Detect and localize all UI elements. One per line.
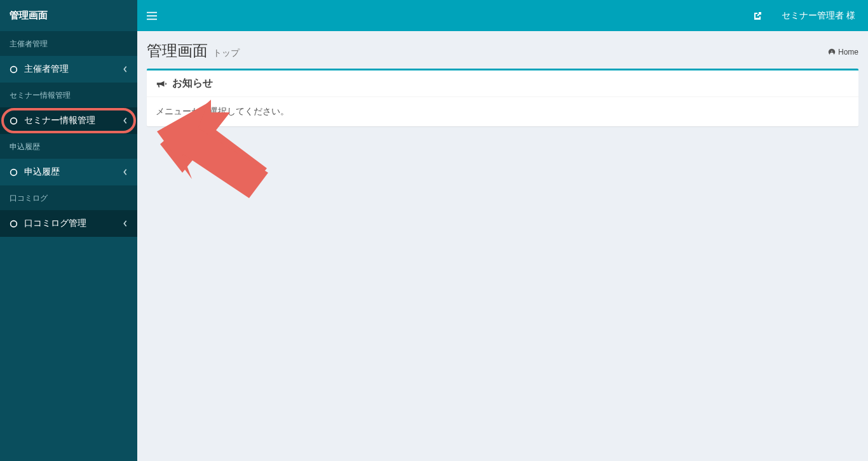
sidebar-item-label: セミナー情報管理	[24, 115, 123, 126]
circle-icon	[10, 117, 18, 125]
page-title: 管理画面	[147, 41, 208, 61]
svg-point-0	[11, 66, 17, 72]
sidebar-section-header-organizer: 主催者管理	[0, 31, 137, 56]
svg-rect-5	[147, 15, 157, 17]
page-subtitle: トップ	[213, 48, 240, 59]
sidebar-item-organizer[interactable]: 主催者管理	[0, 56, 137, 83]
chevron-left-icon	[123, 66, 128, 72]
svg-point-2	[11, 169, 17, 175]
svg-rect-4	[147, 11, 157, 13]
content-area: 管理画面 トップ Home お知らせ メニューから選択してください。	[137, 31, 868, 461]
chevron-left-icon	[123, 220, 128, 227]
sidebar-logo: 管理画面	[0, 0, 137, 31]
svg-rect-6	[147, 18, 157, 20]
circle-icon	[10, 168, 18, 177]
circle-icon	[10, 65, 18, 74]
chevron-left-icon	[123, 169, 128, 175]
breadcrumb-home-label: Home	[838, 48, 858, 57]
notice-panel-body: メニューから選択してください。	[147, 97, 858, 126]
breadcrumb[interactable]: Home	[828, 48, 858, 57]
page-header: 管理画面 トップ Home	[147, 41, 858, 61]
bullhorn-icon	[156, 79, 167, 89]
sidebar-section-header-application: 申込履歴	[0, 134, 137, 159]
sidebar-item-label: 申込履歴	[24, 166, 123, 178]
dashboard-icon	[828, 48, 836, 56]
sidebar-item-label: 主催者管理	[24, 63, 123, 75]
topbar: セミナー管理者 様	[137, 0, 868, 31]
external-link-icon[interactable]	[752, 11, 763, 21]
chevron-left-icon	[123, 117, 128, 124]
sidebar-item-reviews[interactable]: 口コミログ管理	[0, 210, 137, 237]
sidebar-item-application[interactable]: 申込履歴	[0, 159, 137, 185]
sidebar-section-header-seminar: セミナー情報管理	[0, 83, 137, 107]
sidebar-section-header-reviews: 口コミログ	[0, 185, 137, 210]
main-area: セミナー管理者 様 管理画面 トップ Home お知らせ メニューから選択してく…	[137, 0, 868, 461]
user-menu[interactable]: セミナー管理者 様	[782, 10, 858, 22]
notice-panel-header: お知らせ	[147, 70, 858, 97]
circle-icon	[10, 220, 18, 228]
menu-toggle-icon[interactable]	[147, 11, 157, 20]
sidebar-item-label: 口コミログ管理	[24, 218, 123, 229]
notice-panel-title: お知らせ	[172, 77, 213, 90]
notice-panel: お知らせ メニューから選択してください。	[147, 69, 858, 126]
svg-point-3	[11, 220, 17, 227]
svg-point-1	[11, 117, 17, 124]
sidebar-item-seminar[interactable]: セミナー情報管理	[0, 107, 137, 134]
sidebar: 管理画面 主催者管理 主催者管理 セミナー情報管理 セミナー情報管理 申込履歴 …	[0, 0, 137, 461]
